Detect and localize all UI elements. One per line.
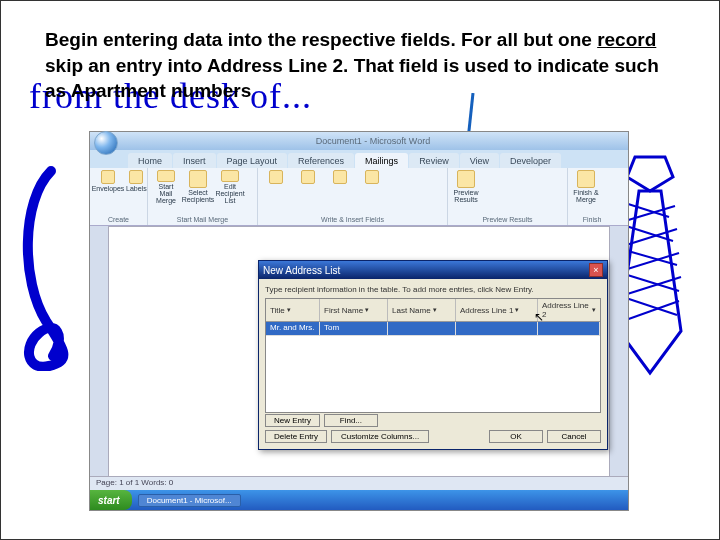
- group-preview: Preview Results: [452, 216, 563, 223]
- svg-line-4: [623, 301, 679, 321]
- new-address-list-dialog: New Address List × Type recipient inform…: [258, 260, 608, 450]
- close-icon[interactable]: ×: [589, 263, 603, 277]
- group-start: Start Mail Merge: [152, 216, 253, 223]
- doodle-letter-l: [11, 161, 81, 371]
- grid-blank[interactable]: [266, 336, 600, 412]
- btn-customize[interactable]: Customize Columns...: [331, 430, 429, 443]
- word-titlebar: Document1 - Microsoft Word: [90, 132, 628, 150]
- group-finish: Finish: [572, 216, 612, 223]
- dialog-title: New Address List: [263, 265, 340, 276]
- cell-title: Mr. and Mrs.: [266, 322, 320, 335]
- instruction-text: Begin entering data into the respective …: [45, 27, 675, 104]
- slide: from the desk of... Begin entering data …: [0, 0, 720, 540]
- tab-home[interactable]: Home: [128, 153, 172, 168]
- tab-insert[interactable]: Insert: [173, 153, 216, 168]
- btn-envelopes[interactable]: Envelopes: [94, 170, 122, 204]
- btn-edit-recipients[interactable]: Edit Recipient List: [216, 170, 244, 204]
- ribbon: Envelopes Labels Create Start Mail Merge…: [90, 168, 628, 226]
- btn-find[interactable]: Find...: [324, 414, 378, 427]
- tab-developer[interactable]: Developer: [500, 153, 561, 168]
- btn-new-entry[interactable]: New Entry: [265, 414, 320, 427]
- btn-address-block[interactable]: [294, 170, 322, 204]
- cell-first: Tom: [320, 322, 388, 335]
- group-write: Write & Insert Fields: [262, 216, 443, 223]
- chevron-down-icon: ▾: [287, 306, 291, 314]
- svg-line-3: [621, 277, 681, 296]
- word-record: record: [597, 29, 656, 50]
- svg-line-8: [621, 273, 679, 291]
- btn-highlight[interactable]: [262, 170, 290, 204]
- tab-review[interactable]: Review: [409, 153, 459, 168]
- word-statusbar: Page: 1 of 1 Words: 0: [90, 476, 628, 490]
- btn-finish[interactable]: Finish & Merge: [572, 170, 600, 204]
- group-create: Create: [94, 216, 143, 223]
- btn-ok[interactable]: OK: [489, 430, 543, 443]
- tab-mailings[interactable]: Mailings: [355, 153, 408, 168]
- tab-references[interactable]: References: [288, 153, 354, 168]
- dialog-hint: Type recipient information in the table.…: [265, 285, 601, 294]
- grid-header: Title▾ First Name▾ Last Name▾ Address Li…: [266, 299, 600, 322]
- taskbar-word[interactable]: Document1 - Microsof...: [138, 494, 241, 507]
- grid-row-selected[interactable]: Mr. and Mrs. Tom: [266, 322, 600, 336]
- svg-line-0: [625, 206, 675, 221]
- recipient-grid[interactable]: Title▾ First Name▾ Last Name▾ Address Li…: [265, 298, 601, 413]
- dialog-titlebar: New Address List ×: [259, 261, 607, 279]
- btn-preview[interactable]: Preview Results: [452, 170, 480, 204]
- tab-view[interactable]: View: [460, 153, 499, 168]
- btn-greeting[interactable]: [326, 170, 354, 204]
- ribbon-tabs: Home Insert Page Layout References Maili…: [90, 150, 628, 168]
- btn-select-recipients[interactable]: Select Recipients: [184, 170, 212, 204]
- btn-start-merge[interactable]: Start Mail Merge: [152, 170, 180, 204]
- word-title: Document1 - Microsoft Word: [122, 136, 624, 146]
- btn-delete-entry[interactable]: Delete Entry: [265, 430, 327, 443]
- btn-cancel[interactable]: Cancel: [547, 430, 601, 443]
- tab-page-layout[interactable]: Page Layout: [217, 153, 288, 168]
- windows-taskbar: start Document1 - Microsof...: [90, 490, 628, 510]
- btn-insert-field[interactable]: [358, 170, 386, 204]
- word-screenshot: Document1 - Microsoft Word Home Insert P…: [89, 131, 629, 511]
- start-button[interactable]: start: [90, 490, 132, 510]
- office-button[interactable]: [94, 131, 118, 155]
- btn-labels[interactable]: Labels: [126, 170, 147, 204]
